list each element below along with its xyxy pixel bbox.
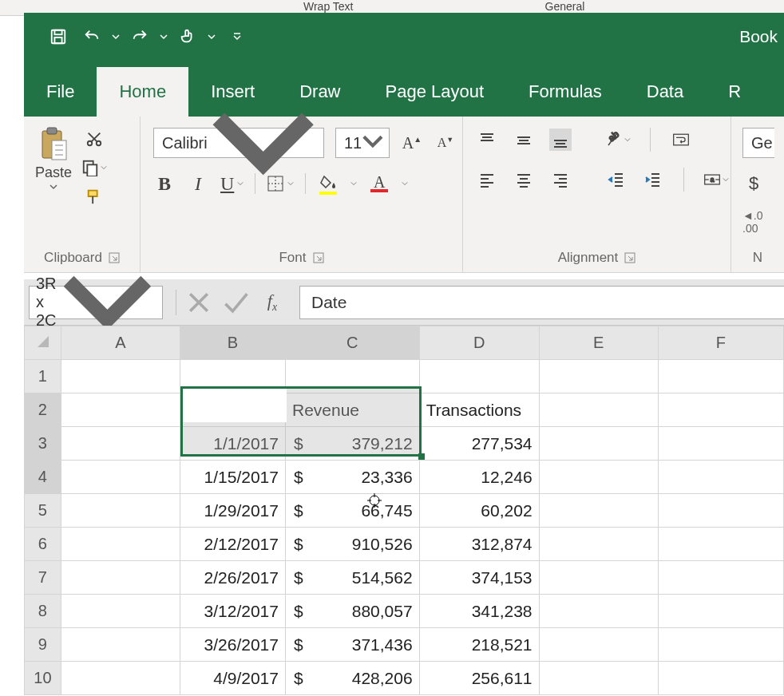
cell-D7[interactable]: 374,153 xyxy=(419,561,539,595)
cell-A2[interactable] xyxy=(61,393,180,427)
col-header-E[interactable]: E xyxy=(539,326,658,360)
touch-mode-button[interactable] xyxy=(174,23,201,50)
borders-button[interactable] xyxy=(267,172,294,195)
align-bottom-button[interactable] xyxy=(549,129,572,151)
cell-E4[interactable] xyxy=(539,461,658,494)
underline-button[interactable]: U xyxy=(220,172,244,195)
col-header-C[interactable]: C xyxy=(285,326,419,360)
cell-A3[interactable] xyxy=(61,427,180,461)
cell-F8[interactable] xyxy=(658,595,783,628)
select-all-corner[interactable] xyxy=(25,326,61,360)
cell-C3[interactable]: $379,212 xyxy=(285,427,419,461)
increase-indent-button[interactable] xyxy=(642,168,664,191)
cell-D3[interactable]: 277,534 xyxy=(419,427,539,461)
wrap-text-button[interactable] xyxy=(670,129,692,151)
copy-dropdown-icon[interactable] xyxy=(101,159,107,176)
cell-F3[interactable] xyxy=(658,427,783,461)
row-header-3[interactable]: 3 xyxy=(25,427,61,461)
cell-C2[interactable]: Revenue xyxy=(285,393,419,427)
cell-F4[interactable] xyxy=(658,461,783,494)
cell-A4[interactable] xyxy=(61,461,180,494)
cell-E7[interactable] xyxy=(539,561,658,595)
col-header-A[interactable]: A xyxy=(61,326,180,360)
touch-dropdown-icon[interactable] xyxy=(208,33,216,41)
fill-color-button[interactable] xyxy=(317,172,339,195)
row-header-4[interactable]: 4 xyxy=(25,461,61,494)
row-header-2[interactable]: 2 xyxy=(25,393,61,427)
cell-D1[interactable] xyxy=(419,360,539,393)
shrink-font-button[interactable]: A▼ xyxy=(434,132,457,154)
accounting-format-button[interactable]: $ xyxy=(742,172,765,195)
redo-button[interactable] xyxy=(126,23,153,50)
cell-C10[interactable]: $428,206 xyxy=(285,662,419,695)
copy-button[interactable] xyxy=(81,156,107,179)
cell-D5[interactable]: 60,202 xyxy=(419,494,539,528)
chevron-down-icon[interactable] xyxy=(402,180,408,188)
align-middle-button[interactable] xyxy=(513,129,535,151)
cell-F6[interactable] xyxy=(658,528,783,561)
cell-A5[interactable] xyxy=(61,494,180,528)
spreadsheet-grid[interactable]: A B C D E F 1 2DateRevenueTransactions 3… xyxy=(24,326,784,696)
row-header-1[interactable]: 1 xyxy=(25,360,61,393)
decrease-indent-button[interactable] xyxy=(605,168,628,191)
cell-F9[interactable] xyxy=(658,628,783,662)
cell-E6[interactable] xyxy=(539,528,658,561)
chevron-down-icon[interactable] xyxy=(350,180,357,188)
cell-D8[interactable]: 341,238 xyxy=(419,595,539,628)
cell-B10[interactable]: 4/9/2017 xyxy=(180,662,286,695)
tab-review[interactable]: R xyxy=(706,67,763,117)
orientation-button[interactable]: ab xyxy=(605,129,631,151)
col-header-F[interactable]: F xyxy=(658,326,783,360)
row-header-6[interactable]: 6 xyxy=(25,528,61,561)
align-left-button[interactable] xyxy=(476,168,498,191)
chevron-down-icon[interactable] xyxy=(624,131,631,148)
align-center-button[interactable] xyxy=(513,168,535,191)
cell-C4[interactable]: $23,336 xyxy=(285,461,419,494)
redo-dropdown-icon[interactable] xyxy=(160,33,168,41)
cell-A8[interactable] xyxy=(61,595,180,628)
cell-F1[interactable] xyxy=(658,360,783,393)
col-header-B[interactable]: B xyxy=(180,326,286,360)
align-right-button[interactable] xyxy=(549,168,572,191)
font-size-combo[interactable]: 11 xyxy=(335,128,390,158)
cell-E9[interactable] xyxy=(539,628,658,662)
cell-B9[interactable]: 3/26/2017 xyxy=(180,628,286,662)
cell-D6[interactable]: 312,874 xyxy=(419,528,539,561)
cell-A1[interactable] xyxy=(61,360,180,393)
chevron-down-icon[interactable] xyxy=(237,175,244,192)
tab-home[interactable]: Home xyxy=(97,67,188,117)
cell-A9[interactable] xyxy=(61,628,180,662)
font-dialog-launcher-icon[interactable] xyxy=(313,252,324,263)
cell-C7[interactable]: $514,562 xyxy=(285,561,419,595)
cell-A10[interactable] xyxy=(61,662,180,695)
grow-font-button[interactable]: A▲ xyxy=(401,132,423,154)
cell-F10[interactable] xyxy=(658,662,783,695)
font-name-combo[interactable]: Calibri xyxy=(153,128,324,158)
cell-B4[interactable]: 1/15/2017 xyxy=(180,461,286,494)
font-color-button[interactable]: A xyxy=(368,172,390,195)
cell-F7[interactable] xyxy=(658,561,783,595)
insert-function-button[interactable]: fx xyxy=(258,288,287,317)
row-header-9[interactable]: 9 xyxy=(25,628,61,662)
enter-formula-button[interactable] xyxy=(221,288,250,317)
cell-E8[interactable] xyxy=(539,595,658,628)
cell-C8[interactable]: $880,057 xyxy=(285,595,419,628)
cell-C1[interactable] xyxy=(285,360,419,393)
bold-button[interactable]: B xyxy=(153,172,176,195)
cell-B8[interactable]: 3/12/2017 xyxy=(180,595,286,628)
cell-B5[interactable]: 1/29/2017 xyxy=(180,494,286,528)
tab-file[interactable]: File xyxy=(24,67,97,117)
formula-bar[interactable]: Date xyxy=(299,286,784,319)
tab-formulas[interactable]: Formulas xyxy=(506,67,624,117)
fill-handle[interactable] xyxy=(418,453,425,460)
chevron-down-icon[interactable] xyxy=(723,171,729,188)
save-button[interactable] xyxy=(45,23,72,50)
cell-A7[interactable] xyxy=(61,561,180,595)
cell-D10[interactable]: 256,611 xyxy=(419,662,539,695)
row-header-8[interactable]: 8 xyxy=(25,595,61,628)
tab-page-layout[interactable]: Page Layout xyxy=(363,67,507,117)
cell-C6[interactable]: $910,526 xyxy=(285,528,419,561)
cell-E2[interactable] xyxy=(539,393,658,427)
cut-button[interactable] xyxy=(81,128,107,150)
italic-button[interactable]: I xyxy=(187,172,209,195)
